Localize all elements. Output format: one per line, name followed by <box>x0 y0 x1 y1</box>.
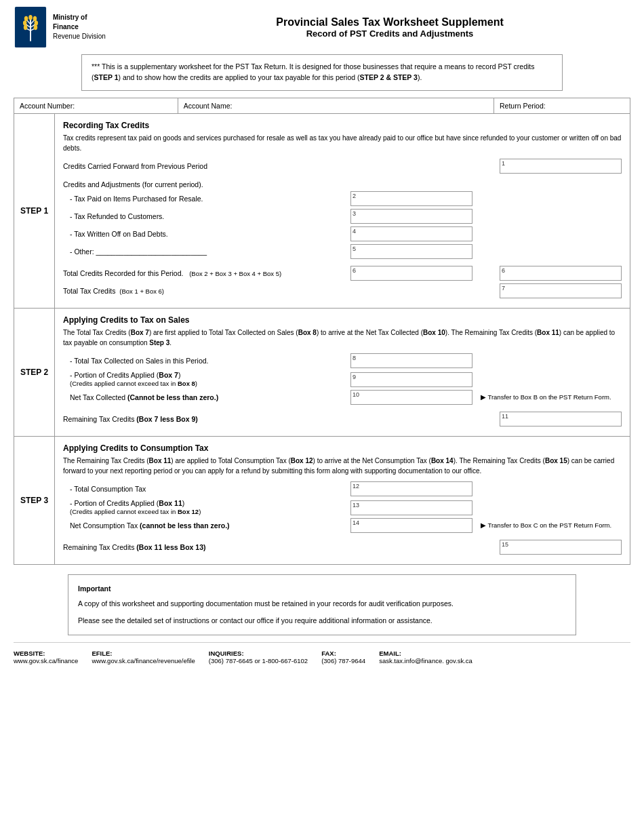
total-collected-label: - Total Tax Collected on Sales in this P… <box>63 357 350 365</box>
division-name: Revenue Division <box>53 32 106 41</box>
right-7: 7 <box>472 283 622 298</box>
right-6: 6 <box>472 266 622 281</box>
svg-point-10 <box>24 25 28 30</box>
credits-carried-label: Credits Carried Forward from Previous Pe… <box>63 162 271 170</box>
step1-title: Recording Tax Credits <box>63 121 622 130</box>
box-9[interactable]: 9 <box>350 372 472 387</box>
title-area: Provincial Sales Tax Worksheet Supplemen… <box>149 16 630 39</box>
s2-b8: Box 8 <box>298 329 317 336</box>
net-consumption-label: Net Consumption Tax (cannot be less than… <box>63 521 350 530</box>
logo-text: Ministry of Finance Revenue Division <box>53 13 106 41</box>
svg-point-13 <box>34 25 38 30</box>
inquiries-label: INQUIRIES: <box>209 650 308 657</box>
box-15[interactable]: 15 <box>500 540 622 555</box>
box-12[interactable]: 12 <box>350 481 472 496</box>
box-7-num: 7 <box>502 285 505 292</box>
total-tax-credits-label: Total Tax Credits (Box 1 + Box 6) <box>63 287 350 295</box>
box-6-left[interactable]: 6 <box>350 266 472 281</box>
step2-row: STEP 2 Applying Credits to Tax on Sales … <box>14 309 630 437</box>
return-period-cell: Return Period: <box>494 98 630 113</box>
svg-point-14 <box>28 15 33 20</box>
step1-label: STEP 1 <box>14 114 55 308</box>
box-3[interactable]: 3 <box>350 209 472 224</box>
net-tax-label: Net Tax Collected (Cannot be less than z… <box>63 393 350 401</box>
account-name-label: Account Name: <box>184 102 233 110</box>
efile-val: www.gov.sk.ca/finance/revenue/efile <box>92 657 195 664</box>
account-name-cell: Account Name: <box>178 98 494 113</box>
field-net-consumption: Net Consumption Tax (cannot be less than… <box>63 518 622 533</box>
important-box: Important A copy of this worksheet and s… <box>68 574 576 635</box>
page-title: Provincial Sales Tax Worksheet Supplemen… <box>149 16 630 28</box>
remaining-step2-label: Remaining Tax Credits (Box 7 less Box 9) <box>63 415 271 423</box>
box-1[interactable]: 1 <box>500 159 622 174</box>
step2-content: Applying Credits to Tax on Sales The Tot… <box>55 309 630 436</box>
step2-desc: The Total Tax Credits (Box 7) are first … <box>63 327 622 348</box>
box-10[interactable]: 10 <box>350 390 472 405</box>
right-11: 11 <box>472 412 622 426</box>
inquiries-val: (306) 787-6645 or 1-800-667-6102 <box>209 657 308 664</box>
box-6-right-num: 6 <box>502 267 505 274</box>
right-15: 15 <box>472 540 622 555</box>
portion-s3-sub: (Credits applied cannot exceed tax in Bo… <box>70 508 201 515</box>
step2-title: Applying Credits to Tax on Sales <box>63 315 622 325</box>
portion-credits-sub: (Credits applied cannot exceed tax in Bo… <box>70 380 197 387</box>
total-consumption-label: - Total Consumption Tax <box>63 485 350 493</box>
s2-b7: Box 7 <box>131 329 149 336</box>
footer-fax: FAX: (306) 787-9644 <box>321 650 365 664</box>
website-val: www.gov.sk.ca/finance <box>14 657 78 664</box>
box-8[interactable]: 8 <box>350 353 472 368</box>
total-tax-sub: (Box 1 + Box 6) <box>119 287 164 295</box>
total-credits-label: Total Credits Recorded for this Period. … <box>63 269 350 277</box>
field-tax-paid: - Tax Paid on Items Purchased for Resale… <box>63 191 622 206</box>
step1-bold: STEP 1 <box>94 73 119 81</box>
step3-label: STEP 3 <box>14 437 55 564</box>
tax-refunded-label: - Tax Refunded to Customers. <box>63 212 350 220</box>
step1-content: Recording Tax Credits Tax credits repres… <box>55 114 630 308</box>
page-subtitle: Record of PST Credits and Adjustments <box>149 28 630 39</box>
account-number-label: Account Number: <box>20 102 75 110</box>
transfer-c-area: ▶ Transfer to Box C on the PST Return Fo… <box>472 521 622 529</box>
s3-b11: Box 11 <box>149 457 172 464</box>
box-11[interactable]: 11 <box>500 412 622 426</box>
transfer-b-label: ▶ Transfer to Box B on the PST Return Fo… <box>478 393 622 401</box>
box-14[interactable]: 14 <box>350 518 472 533</box>
box-10-num: 10 <box>353 391 359 398</box>
field-credits-adj-header: Credits and Adjustments (for current per… <box>63 180 622 188</box>
box-2[interactable]: 2 <box>350 191 472 206</box>
field-remaining-step3: Remaining Tax Credits (Box 11 less Box 1… <box>63 540 622 555</box>
box-2-num: 2 <box>353 193 356 199</box>
box-6-right[interactable]: 6 <box>500 266 622 281</box>
s2-b10: Box 10 <box>423 329 445 336</box>
page-footer: WEBSITE: www.gov.sk.ca/finance EFILE: ww… <box>14 642 630 667</box>
box-13[interactable]: 13 <box>350 500 472 515</box>
box-5-num: 5 <box>353 245 356 252</box>
portion-s3-label: - Portion of Credits Applied (Box 11) (C… <box>63 499 350 515</box>
transfer-b-area: ▶ Transfer to Box B on the PST Return Fo… <box>472 393 622 401</box>
s3-box11-ref: Box 11 <box>159 499 182 507</box>
box-1-num: 1 <box>502 160 505 167</box>
step1-row: STEP 1 Recording Tax Credits Tax credits… <box>14 114 630 309</box>
remaining-step3-label: Remaining Tax Credits (Box 11 less Box 1… <box>63 543 271 551</box>
field-net-tax: Net Tax Collected (Cannot be less than z… <box>63 390 622 405</box>
step23-bold: STEP 2 & STEP 3 <box>360 73 418 81</box>
field-total-consumption: - Total Consumption Tax 12 <box>63 481 622 496</box>
box-7[interactable]: 7 <box>500 283 622 298</box>
box-4[interactable]: 4 <box>350 226 472 241</box>
total-credits-sub: (Box 2 + Box 3 + Box 4 + Box 5) <box>189 270 281 277</box>
box-5[interactable]: 5 <box>350 244 472 259</box>
page-header: Ministry of Finance Revenue Division Pro… <box>14 7 630 47</box>
step3-desc: The Remaining Tax Credits (Box 11) are a… <box>63 456 622 476</box>
svg-point-9 <box>23 20 27 25</box>
field-other: - Other: ____________________________ 5 <box>63 244 622 259</box>
important-title: Important <box>78 583 566 595</box>
field-remaining-step2: Remaining Tax Credits (Box 7 less Box 9)… <box>63 412 622 426</box>
field-total-collected: - Total Tax Collected on Sales in this P… <box>63 353 622 368</box>
website-label: WEBSITE: <box>14 650 78 657</box>
field-portion-s3: - Portion of Credits Applied (Box 11) (C… <box>63 499 622 515</box>
svg-point-12 <box>35 20 39 25</box>
step3-content: Applying Credits to Consumption Tax The … <box>55 437 630 564</box>
step2-label: STEP 2 <box>14 309 55 436</box>
info-box: *** This is a supplementary worksheet fo… <box>81 54 563 91</box>
box-4-num: 4 <box>353 228 356 235</box>
s2-b11: Box 11 <box>537 329 559 336</box>
